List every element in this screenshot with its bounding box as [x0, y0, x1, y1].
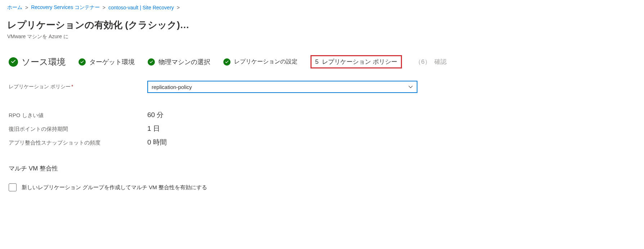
step-replication-policy[interactable]: 5 レプリケーション ポリシー	[310, 55, 402, 68]
multi-vm-heading: マルチ VM 整合性	[9, 164, 637, 173]
wizard-steps: ソース環境 ターゲット環境 物理マシンの選択 レプリケーションの設定 5 レプリ…	[7, 55, 637, 68]
step-label: レプリケーションの設定	[234, 58, 298, 66]
breadcrumb: ホーム > Recovery Services コンテナー > contoso-…	[7, 4, 637, 11]
form-area: レプリケーション ポリシー* replication-policy RPO しき…	[7, 81, 637, 191]
checkmark-icon	[79, 58, 86, 66]
checkmark-icon	[148, 58, 155, 66]
page-title: レプリケーションの有効化 (クラシック)…	[7, 19, 637, 31]
step-label: 物理マシンの選択	[158, 58, 210, 66]
snapshot-label: アプリ整合性スナップショットの頻度	[9, 139, 147, 146]
form-row-policy: レプリケーション ポリシー* replication-policy	[9, 81, 637, 93]
label-text: レプリケーション ポリシー	[9, 84, 71, 89]
checkmark-icon	[223, 58, 231, 66]
breadcrumb-home[interactable]: ホーム	[7, 4, 22, 11]
breadcrumb-recovery-services[interactable]: Recovery Services コンテナー	[31, 4, 100, 11]
step-number: （6）	[415, 58, 430, 66]
step-label: レプリケーション ポリシー	[322, 58, 397, 66]
step-label: 確認	[434, 58, 447, 66]
policy-details: RPO しきい値 60 分 復旧ポイントの保持期間 1 日 アプリ整合性スナップ…	[9, 110, 637, 147]
retention-label: 復旧ポイントの保持期間	[9, 126, 147, 133]
replication-policy-label: レプリケーション ポリシー*	[9, 84, 147, 90]
chevron-down-icon	[408, 84, 413, 89]
breadcrumb-vault[interactable]: contoso-vault | Site Recovery	[108, 5, 174, 10]
breadcrumb-sep: >	[177, 5, 180, 10]
detail-rpo: RPO しきい値 60 分	[9, 110, 637, 120]
breadcrumb-sep: >	[103, 5, 106, 10]
breadcrumb-sep: >	[25, 5, 28, 10]
step-label: ターゲット環境	[89, 58, 135, 66]
snapshot-value: 0 時間	[147, 138, 167, 147]
replication-policy-select[interactable]: replication-policy	[147, 81, 417, 93]
checkmark-icon	[9, 57, 18, 67]
step-number: 5	[315, 58, 318, 66]
rpo-label: RPO しきい値	[9, 112, 147, 119]
detail-snapshot: アプリ整合性スナップショットの頻度 0 時間	[9, 138, 637, 147]
required-indicator: *	[71, 84, 73, 89]
step-target-env[interactable]: ターゲット環境	[79, 58, 135, 66]
step-physical-machines[interactable]: 物理マシンの選択	[148, 58, 210, 66]
rpo-value: 60 分	[147, 110, 164, 120]
multi-vm-checkbox[interactable]	[9, 183, 17, 191]
select-value: replication-policy	[152, 84, 192, 90]
retention-value: 1 日	[147, 124, 160, 133]
multi-vm-checkbox-row: 新しいレプリケーション グループを作成してマルチ VM 整合性を有効にする	[9, 183, 637, 191]
step-label: ソース環境	[22, 56, 66, 68]
step-confirm: （6） 確認	[415, 58, 446, 66]
page-subtitle: VMware マシンを Azure に	[7, 34, 637, 40]
detail-retention: 復旧ポイントの保持期間 1 日	[9, 124, 637, 133]
step-replication-settings[interactable]: レプリケーションの設定	[223, 58, 298, 66]
multi-vm-checkbox-label: 新しいレプリケーション グループを作成してマルチ VM 整合性を有効にする	[22, 184, 207, 191]
step-source-env[interactable]: ソース環境	[9, 56, 66, 68]
